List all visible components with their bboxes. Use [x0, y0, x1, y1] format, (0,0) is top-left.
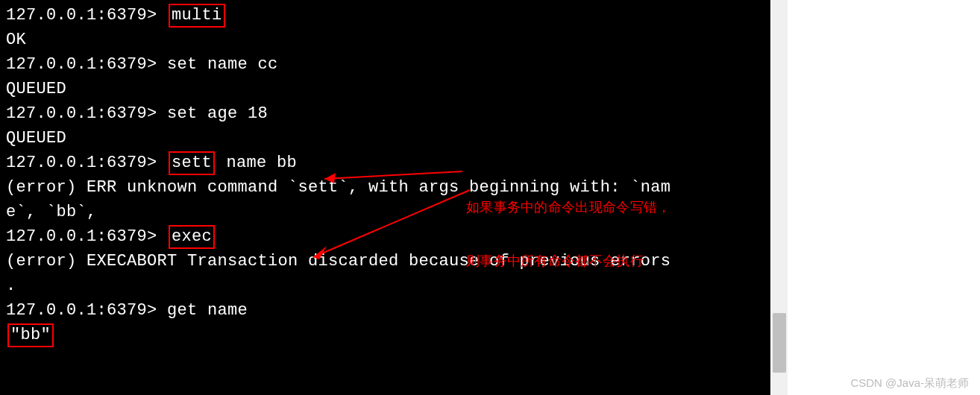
cli-prompt: 127.0.0.1:6379>	[6, 55, 157, 74]
cli-prompt: 127.0.0.1:6379>	[6, 104, 157, 123]
cli-prompt: 127.0.0.1:6379>	[6, 6, 157, 25]
terminal-response: QUEUED	[6, 77, 764, 101]
cli-prompt: 127.0.0.1:6379>	[6, 301, 157, 320]
right-margin	[770, 0, 980, 395]
cmd-set-name: set name cc	[167, 55, 278, 74]
cmd-sett-highlight: sett	[169, 151, 215, 175]
cmd-args: name bb	[216, 154, 297, 172]
cmd-set-age: set age 18	[167, 104, 268, 123]
cli-prompt: 127.0.0.1:6379>	[6, 154, 157, 172]
result-bb-highlight: "bb"	[7, 323, 54, 347]
cmd-get-name: get name	[167, 301, 248, 320]
terminal-response: "bb"	[6, 323, 764, 347]
terminal-line: 127.0.0.1:6379> set name cc	[6, 52, 764, 77]
scrollbar-thumb[interactable]	[773, 313, 786, 373]
scrollbar-track[interactable]	[771, 0, 788, 395]
annotation-text: 如果事务中的命令出现命令写错， 则事务中所有命令都不会执行	[466, 162, 671, 306]
cli-prompt: 127.0.0.1:6379>	[6, 227, 157, 246]
terminal-window[interactable]: 127.0.0.1:6379> multi OK 127.0.0.1:6379>…	[0, 0, 770, 395]
cmd-multi-highlight: multi	[169, 4, 225, 28]
terminal-response: OK	[6, 28, 764, 52]
cmd-exec-highlight: exec	[169, 225, 215, 249]
terminal-line: 127.0.0.1:6379> set age 18	[6, 101, 764, 126]
terminal-response: QUEUED	[6, 126, 764, 151]
annotation-line-1: 如果事务中的命令出现命令写错，	[466, 198, 671, 216]
terminal-line: 127.0.0.1:6379> multi	[6, 3, 764, 28]
watermark-text: CSDN @Java-呆萌老师	[850, 376, 969, 391]
annotation-line-2: 则事务中所有命令都不会执行	[466, 252, 671, 270]
